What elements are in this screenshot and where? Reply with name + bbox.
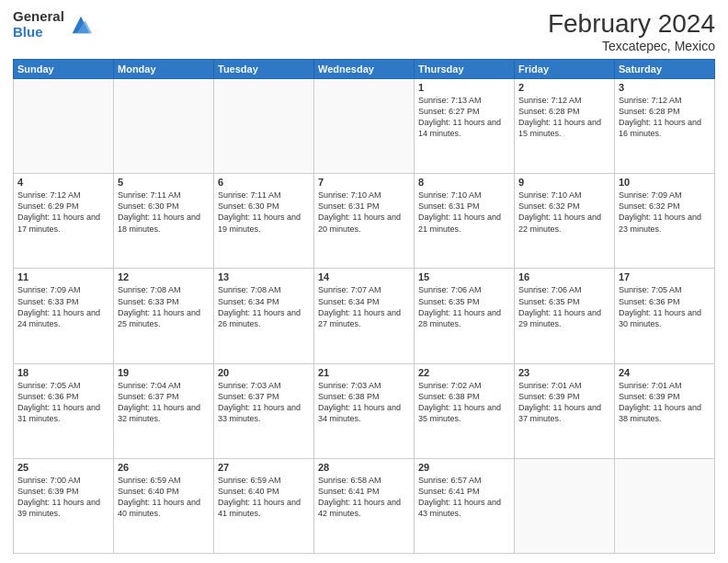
day-info: Sunrise: 7:05 AMSunset: 6:36 PMDaylight:… xyxy=(619,284,711,329)
calendar-body: 1Sunrise: 7:13 AMSunset: 6:27 PMDaylight… xyxy=(14,79,715,554)
calendar-day-cell: 16Sunrise: 7:06 AMSunset: 6:35 PMDayligh… xyxy=(515,269,615,363)
day-info: Sunrise: 7:01 AMSunset: 6:39 PMDaylight:… xyxy=(518,380,610,425)
day-number: 3 xyxy=(619,82,711,93)
day-number: 1 xyxy=(418,82,510,93)
day-info: Sunrise: 7:13 AMSunset: 6:27 PMDaylight:… xyxy=(418,95,510,140)
calendar-day-cell: 24Sunrise: 7:01 AMSunset: 6:39 PMDayligh… xyxy=(615,363,715,458)
location: Texcatepec, Mexico xyxy=(548,39,715,53)
calendar-day-cell: 19Sunrise: 7:04 AMSunset: 6:37 PMDayligh… xyxy=(114,363,214,458)
calendar-day-cell: 28Sunrise: 6:58 AMSunset: 6:41 PMDayligh… xyxy=(314,458,415,553)
day-info: Sunrise: 7:12 AMSunset: 6:28 PMDaylight:… xyxy=(518,95,610,140)
day-info: Sunrise: 7:03 AMSunset: 6:38 PMDaylight:… xyxy=(318,380,410,425)
calendar-day-cell: 1Sunrise: 7:13 AMSunset: 6:27 PMDaylight… xyxy=(415,79,515,174)
day-number: 6 xyxy=(218,177,310,188)
calendar-table: Sunday Monday Tuesday Wednesday Thursday… xyxy=(13,59,715,554)
day-info: Sunrise: 6:59 AMSunset: 6:40 PMDaylight:… xyxy=(218,475,310,520)
calendar-day-cell: 4Sunrise: 7:12 AMSunset: 6:29 PMDaylight… xyxy=(14,174,114,269)
header: General Blue February 2024 Texcatepec, M… xyxy=(13,9,715,53)
calendar-day-cell: 21Sunrise: 7:03 AMSunset: 6:38 PMDayligh… xyxy=(314,363,415,458)
day-number: 12 xyxy=(118,271,210,282)
logo-general: General xyxy=(13,9,64,25)
header-right: February 2024 Texcatepec, Mexico xyxy=(548,9,715,53)
day-number: 19 xyxy=(118,367,210,378)
calendar-day-cell xyxy=(214,79,314,174)
day-info: Sunrise: 7:02 AMSunset: 6:38 PMDaylight:… xyxy=(418,380,510,425)
day-number: 5 xyxy=(118,177,210,188)
calendar-day-cell: 12Sunrise: 7:08 AMSunset: 6:33 PMDayligh… xyxy=(114,269,214,363)
calendar-week-row: 11Sunrise: 7:09 AMSunset: 6:33 PMDayligh… xyxy=(14,269,715,363)
day-number: 15 xyxy=(418,271,510,282)
day-number: 27 xyxy=(218,462,310,473)
calendar-day-cell: 25Sunrise: 7:00 AMSunset: 6:39 PMDayligh… xyxy=(14,458,114,553)
day-info: Sunrise: 6:57 AMSunset: 6:41 PMDaylight:… xyxy=(418,475,510,520)
header-monday: Monday xyxy=(114,60,214,79)
calendar-day-cell: 5Sunrise: 7:11 AMSunset: 6:30 PMDaylight… xyxy=(114,174,214,269)
day-info: Sunrise: 7:08 AMSunset: 6:34 PMDaylight:… xyxy=(218,284,310,329)
header-tuesday: Tuesday xyxy=(214,60,314,79)
calendar-day-cell: 15Sunrise: 7:06 AMSunset: 6:35 PMDayligh… xyxy=(415,269,515,363)
day-info: Sunrise: 7:11 AMSunset: 6:30 PMDaylight:… xyxy=(218,190,310,235)
calendar-day-cell xyxy=(515,458,615,553)
day-number: 10 xyxy=(619,177,711,188)
day-number: 26 xyxy=(118,462,210,473)
calendar-day-cell: 7Sunrise: 7:10 AMSunset: 6:31 PMDaylight… xyxy=(314,174,415,269)
day-info: Sunrise: 7:10 AMSunset: 6:31 PMDaylight:… xyxy=(418,190,510,235)
day-number: 25 xyxy=(17,462,109,473)
day-number: 7 xyxy=(318,177,410,188)
calendar-day-cell xyxy=(314,79,415,174)
calendar-day-cell: 29Sunrise: 6:57 AMSunset: 6:41 PMDayligh… xyxy=(415,458,515,553)
day-number: 11 xyxy=(17,271,109,282)
day-number: 8 xyxy=(418,177,510,188)
day-number: 21 xyxy=(318,367,410,378)
calendar-day-cell xyxy=(615,458,715,553)
logo-blue: Blue xyxy=(13,25,64,40)
calendar-day-cell: 10Sunrise: 7:09 AMSunset: 6:32 PMDayligh… xyxy=(615,174,715,269)
calendar-day-cell: 9Sunrise: 7:10 AMSunset: 6:32 PMDaylight… xyxy=(515,174,615,269)
day-info: Sunrise: 7:03 AMSunset: 6:37 PMDaylight:… xyxy=(218,380,310,425)
day-number: 13 xyxy=(218,271,310,282)
logo: General Blue xyxy=(13,9,94,40)
day-number: 9 xyxy=(518,177,610,188)
calendar-day-cell: 22Sunrise: 7:02 AMSunset: 6:38 PMDayligh… xyxy=(415,363,515,458)
day-number: 18 xyxy=(17,367,109,378)
day-info: Sunrise: 7:04 AMSunset: 6:37 PMDaylight:… xyxy=(118,380,210,425)
day-info: Sunrise: 7:12 AMSunset: 6:29 PMDaylight:… xyxy=(17,190,109,235)
calendar-day-cell: 14Sunrise: 7:07 AMSunset: 6:34 PMDayligh… xyxy=(314,269,415,363)
header-sunday: Sunday xyxy=(14,60,114,79)
calendar-day-cell: 3Sunrise: 7:12 AMSunset: 6:28 PMDaylight… xyxy=(615,79,715,174)
day-number: 29 xyxy=(418,462,510,473)
day-number: 17 xyxy=(619,271,711,282)
calendar-day-cell: 13Sunrise: 7:08 AMSunset: 6:34 PMDayligh… xyxy=(214,269,314,363)
calendar-day-cell xyxy=(14,79,114,174)
day-number: 4 xyxy=(17,177,109,188)
logo-icon xyxy=(68,12,94,38)
day-info: Sunrise: 7:09 AMSunset: 6:33 PMDaylight:… xyxy=(17,284,109,329)
day-info: Sunrise: 7:06 AMSunset: 6:35 PMDaylight:… xyxy=(418,284,510,329)
day-info: Sunrise: 6:59 AMSunset: 6:40 PMDaylight:… xyxy=(118,475,210,520)
calendar-day-cell: 17Sunrise: 7:05 AMSunset: 6:36 PMDayligh… xyxy=(615,269,715,363)
day-number: 28 xyxy=(318,462,410,473)
day-info: Sunrise: 7:10 AMSunset: 6:32 PMDaylight:… xyxy=(518,190,610,235)
calendar-day-cell: 18Sunrise: 7:05 AMSunset: 6:36 PMDayligh… xyxy=(14,363,114,458)
page: General Blue February 2024 Texcatepec, M… xyxy=(0,0,728,563)
day-info: Sunrise: 7:00 AMSunset: 6:39 PMDaylight:… xyxy=(17,475,109,520)
day-number: 16 xyxy=(518,271,610,282)
calendar-day-cell: 6Sunrise: 7:11 AMSunset: 6:30 PMDaylight… xyxy=(214,174,314,269)
day-info: Sunrise: 7:01 AMSunset: 6:39 PMDaylight:… xyxy=(619,380,711,425)
calendar-day-cell: 26Sunrise: 6:59 AMSunset: 6:40 PMDayligh… xyxy=(114,458,214,553)
day-info: Sunrise: 7:12 AMSunset: 6:28 PMDaylight:… xyxy=(619,95,711,140)
calendar-day-cell: 11Sunrise: 7:09 AMSunset: 6:33 PMDayligh… xyxy=(14,269,114,363)
day-info: Sunrise: 7:07 AMSunset: 6:34 PMDaylight:… xyxy=(318,284,410,329)
calendar-day-cell: 20Sunrise: 7:03 AMSunset: 6:37 PMDayligh… xyxy=(214,363,314,458)
header-wednesday: Wednesday xyxy=(314,60,415,79)
day-number: 2 xyxy=(518,82,610,93)
calendar-day-cell: 2Sunrise: 7:12 AMSunset: 6:28 PMDaylight… xyxy=(515,79,615,174)
day-number: 20 xyxy=(218,367,310,378)
day-number: 24 xyxy=(619,367,711,378)
calendar-week-row: 1Sunrise: 7:13 AMSunset: 6:27 PMDaylight… xyxy=(14,79,715,174)
header-thursday: Thursday xyxy=(415,60,515,79)
day-info: Sunrise: 6:58 AMSunset: 6:41 PMDaylight:… xyxy=(318,475,410,520)
day-number: 22 xyxy=(418,367,510,378)
calendar-day-cell: 27Sunrise: 6:59 AMSunset: 6:40 PMDayligh… xyxy=(214,458,314,553)
logo-text: General Blue xyxy=(13,9,64,40)
